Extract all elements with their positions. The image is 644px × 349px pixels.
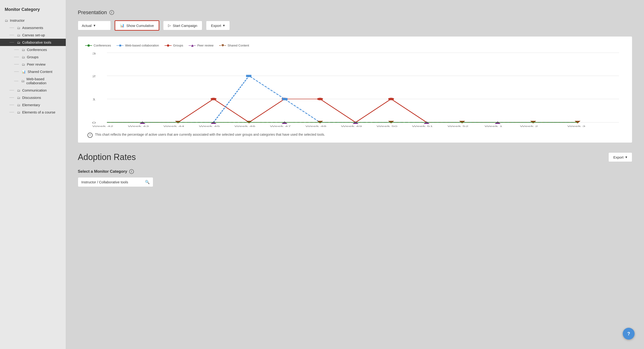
- sidebar: Monitor Category 🗂 Instructor 🗂 Assessme…: [0, 0, 66, 349]
- svg-text:Week 43: Week 43: [128, 125, 149, 127]
- search-input-container[interactable]: 🔍: [78, 177, 153, 187]
- sidebar-item-instructor[interactable]: 🗂 Instructor: [0, 17, 66, 24]
- select-monitor-text: Select a Monitor Category: [78, 169, 127, 174]
- sidebar-item-label: Shared Content: [28, 70, 52, 74]
- svg-point-5: [167, 44, 169, 47]
- info-icon[interactable]: i: [110, 10, 114, 15]
- svg-text:Week 3: Week 3: [568, 125, 585, 127]
- presentation-section: Presentation i Actual ▾ 📊 Show Cumulativ…: [78, 10, 632, 143]
- sidebar-item-collaborative-tools[interactable]: 🗂 Collaborative tools: [0, 39, 66, 46]
- legend-label: Conferences: [94, 44, 111, 47]
- main-content: Presentation i Actual ▾ 📊 Show Cumulativ…: [66, 0, 644, 349]
- sidebar-item-label: Collaborative tools: [22, 40, 51, 44]
- sidebar-item-groups[interactable]: 🗂 Groups: [0, 53, 66, 61]
- divider: [10, 35, 14, 35]
- export-button[interactable]: Export ▾: [206, 21, 230, 30]
- legend-label: Peer review: [197, 44, 214, 47]
- svg-point-20: [317, 98, 323, 100]
- svg-marker-31: [246, 121, 252, 123]
- sidebar-item-label: Conferences: [27, 48, 47, 52]
- folder-icon: 🗂: [5, 19, 8, 23]
- sidebar-item-label: Discussions: [22, 96, 41, 100]
- divider: [10, 105, 14, 105]
- sidebar-item-label: Canvas set-up: [22, 33, 45, 37]
- folder-icon: 🗂: [17, 33, 20, 37]
- divider: [14, 57, 19, 57]
- svg-point-1: [88, 44, 90, 47]
- sidebar-item-discussions[interactable]: 🗂 Discussions: [0, 94, 66, 101]
- folder-icon: 🗂: [22, 55, 25, 59]
- chart-legend: Conferences Web-based collaboration Grou…: [85, 44, 625, 47]
- info-icon-small[interactable]: i: [129, 169, 134, 174]
- play-icon: ▷: [168, 23, 171, 28]
- folder-icon: 🗂: [21, 79, 24, 83]
- legend-item-groups: Groups: [164, 44, 183, 47]
- svg-text:0: 0: [92, 121, 96, 124]
- legend-item-peer-review: Peer review: [189, 44, 214, 47]
- divider: [10, 42, 14, 43]
- svg-text:Week 50: Week 50: [376, 125, 398, 127]
- folder-icon: 🗂: [17, 103, 20, 107]
- export-label: Export: [613, 155, 624, 159]
- note-text: This chart reflects the percentage of ac…: [95, 132, 325, 137]
- search-button[interactable]: 🔍: [145, 180, 150, 184]
- folder-icon: 🗂: [17, 41, 20, 44]
- monitor-category-search[interactable]: [81, 180, 143, 184]
- sidebar-item-label: Peer review: [27, 62, 46, 66]
- toolbar: Actual ▾ 📊 Show Cumulative ▷ Start Campa…: [78, 20, 632, 31]
- divider: [14, 72, 19, 72]
- svg-text:Week 49: Week 49: [341, 125, 362, 127]
- legend-item-web-collab: Web-based collaboration: [117, 44, 159, 47]
- adoption-export-button[interactable]: Export ▾: [608, 152, 632, 162]
- sidebar-item-label: Groups: [27, 55, 38, 59]
- svg-point-21: [388, 98, 394, 100]
- sidebar-item-web-collab[interactable]: 🗂 Web-based collaboration: [0, 75, 66, 87]
- legend-item-conferences: Conferences: [85, 44, 111, 47]
- help-fab[interactable]: ?: [623, 328, 634, 339]
- sidebar-item-label: Assessments: [22, 26, 43, 30]
- legend-label: Web-based collaboration: [125, 44, 159, 47]
- svg-marker-30: [175, 121, 181, 123]
- show-cumulative-button[interactable]: 📊 Show Cumulative: [114, 20, 159, 31]
- sidebar-item-label: Elementary: [22, 103, 40, 107]
- svg-text:Week 45: Week 45: [199, 125, 220, 127]
- start-campaign-button[interactable]: ▷ Start Campaign: [163, 21, 202, 30]
- legend-item-shared-content: Shared Content: [219, 44, 249, 47]
- sidebar-item-shared-content[interactable]: 📊 Shared Content: [0, 68, 66, 75]
- sidebar-item-label: Communication: [22, 88, 47, 92]
- divider: [14, 50, 19, 50]
- svg-text:Week 44: Week 44: [163, 125, 184, 127]
- svg-point-18: [210, 98, 216, 100]
- divider: [10, 90, 14, 90]
- note-info-icon: !: [88, 133, 93, 138]
- sidebar-item-assessments[interactable]: 🗂 Assessments: [0, 24, 66, 31]
- folder-icon: 🗂: [22, 48, 25, 52]
- chart-area: 0 1 2 3: [92, 52, 625, 127]
- actual-dropdown[interactable]: Actual ▾: [78, 21, 111, 30]
- start-campaign-label: Start Campaign: [173, 24, 197, 28]
- svg-text:Week 42: Week 42: [92, 125, 114, 127]
- svg-text:3: 3: [92, 52, 96, 55]
- chart-note: ! This chart reflects the percentage of …: [85, 132, 625, 138]
- svg-marker-36: [575, 121, 580, 123]
- bar-chart-icon: 📊: [120, 23, 124, 28]
- svg-text:Week 48: Week 48: [306, 125, 326, 127]
- folder-icon: 🗂: [17, 96, 20, 100]
- svg-text:1: 1: [92, 98, 96, 101]
- svg-text:Week 51: Week 51: [412, 125, 433, 127]
- sidebar-item-conferences[interactable]: 🗂 Conferences: [0, 46, 66, 53]
- sidebar-item-label: Instructor: [10, 19, 25, 23]
- chevron-down-icon: ▾: [223, 23, 225, 28]
- svg-rect-23: [282, 98, 288, 100]
- divider: [10, 28, 14, 28]
- section-title: Presentation: [78, 10, 107, 16]
- sidebar-item-communication[interactable]: 🗂 Communication: [0, 87, 66, 94]
- sidebar-item-elementary[interactable]: 🗂 Elementary: [0, 101, 66, 109]
- sidebar-item-canvas-setup[interactable]: 🗂 Canvas set-up: [0, 31, 66, 39]
- sidebar-item-peer-review[interactable]: 🗂 Peer review: [0, 61, 66, 68]
- sidebar-item-label: Web-based collaboration: [26, 77, 61, 85]
- svg-text:Week 47: Week 47: [270, 125, 291, 127]
- sidebar-item-elements-of-course[interactable]: 🗂 Elements of a course: [0, 109, 66, 116]
- sidebar-title: Monitor Category: [0, 7, 66, 17]
- svg-text:Week 2: Week 2: [520, 125, 538, 127]
